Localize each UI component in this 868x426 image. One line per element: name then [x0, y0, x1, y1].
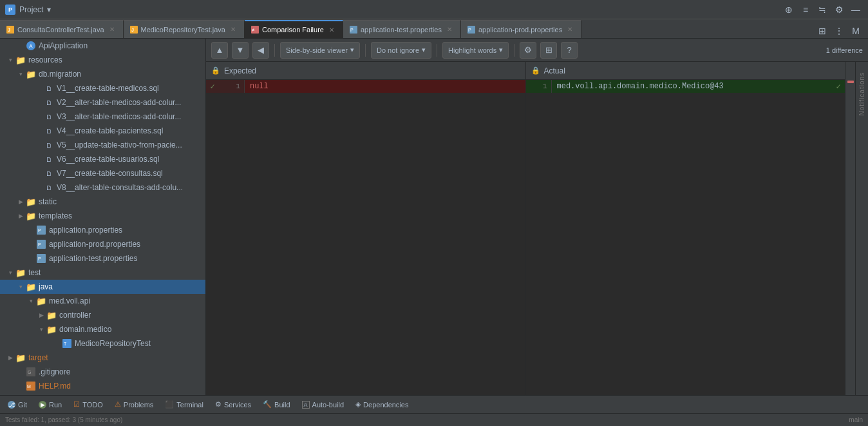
add-icon-btn[interactable]: ⊕: [782, 3, 796, 17]
arrow-target: ▶: [5, 353, 15, 363]
folder-icon-java: 📁: [26, 282, 36, 292]
tree-item-resources[interactable]: ▾ 📁 resources: [0, 53, 205, 67]
status-bar: Tests failed: 1, passed: 3 (5 minutes ag…: [0, 413, 868, 426]
tab-medico-repository-test[interactable]: J MedicoRepositoryTest.java ✕: [124, 20, 245, 38]
tab-label-2: MedicoRepositoryTest.java: [141, 26, 225, 34]
tree-item-v6[interactable]: ▶ 🗋 V6__create-table-usuarios.sql: [0, 152, 205, 166]
tree-item-domain-medico[interactable]: ▾ 📁 domain.medico: [0, 322, 205, 336]
class-icon-1: A: [26, 41, 36, 51]
svg-text:P: P: [350, 28, 354, 32]
git-btn[interactable]: ⎇ Git: [3, 398, 32, 412]
run-btn[interactable]: ▶ Run: [33, 398, 67, 412]
dependencies-btn[interactable]: ◈ Dependencies: [350, 398, 413, 412]
label-domain-medico: domain.medico: [59, 325, 111, 334]
problems-btn[interactable]: ⚠ Problems: [109, 398, 158, 412]
tree-item-med-voll-api[interactable]: ▾ 📁 med.voll.api: [0, 294, 205, 308]
tree-item-static[interactable]: ▶ 📁 static: [0, 195, 205, 209]
right-gutter: [845, 62, 855, 395]
svg-text:P: P: [38, 257, 41, 261]
close-tab-1[interactable]: ✕: [108, 25, 117, 34]
tab-extra-m[interactable]: M: [849, 24, 863, 38]
close-tab-2[interactable]: ✕: [229, 25, 238, 34]
tab-application-prod-props[interactable]: P application-prod.properties ✕: [461, 20, 581, 38]
tree-item-test[interactable]: ▾ 📁 test: [0, 266, 205, 280]
diff-view-btn[interactable]: ⊞: [540, 42, 557, 59]
list-icon-btn[interactable]: ≡: [798, 3, 813, 17]
tab-comparison-failure[interactable]: ≠ Comparison Failure ✕: [245, 20, 343, 38]
project-label[interactable]: Project: [19, 5, 43, 14]
sep-2: [365, 44, 366, 57]
tree-item-v1[interactable]: ▶ 🗋 V1__create-table-medicos.sql: [0, 81, 205, 95]
sep-1: [274, 44, 275, 57]
highlight-words-btn[interactable]: Highlight words ▾: [442, 42, 509, 59]
tab-extra-more[interactable]: ⋮: [832, 24, 846, 38]
svg-text:J: J: [8, 28, 10, 32]
folder-icon-controller: 📁: [46, 310, 57, 320]
actual-header-label: Actual: [544, 66, 565, 75]
settings-icon-btn[interactable]: ⚙: [832, 3, 846, 17]
notifications-bar[interactable]: Notifications: [855, 62, 868, 395]
tree-item-db-migration[interactable]: ▾ 📁 db.migration: [0, 67, 205, 81]
tree-item-app-props[interactable]: ▶ P application.properties: [0, 223, 205, 237]
svg-text:T: T: [64, 342, 67, 346]
tree-item-medico-repo-test[interactable]: ▶ T MedicoRepositoryTest: [0, 336, 205, 351]
tab-application-test-props[interactable]: P application-test.properties ✕: [343, 20, 461, 38]
tree-item-controller[interactable]: ▶ 📁 controller: [0, 308, 205, 322]
minimize-icon-btn[interactable]: —: [849, 3, 863, 17]
notifications-label: Notifications: [858, 72, 865, 115]
tree-item-v3[interactable]: ▶ 🗋 V3__alter-table-medicos-add-colur...: [0, 110, 205, 124]
tree-item-java[interactable]: ▾ 📁 java: [0, 280, 205, 294]
split-icon-btn[interactable]: ≒: [815, 3, 829, 17]
tree-item-api-application[interactable]: ▶ A ApiApplication: [0, 39, 205, 53]
tab-label-3: Comparison Failure: [262, 26, 324, 34]
build-btn[interactable]: 🔨 Build: [258, 398, 295, 412]
diff-pane-actual: 🔒 Actual 1 med.voll.api.domain.medico.Me…: [526, 62, 845, 395]
tab-extras: ⊞ ⋮ M: [815, 24, 868, 38]
tree-item-v2[interactable]: ▶ 🗋 V2__alter-table-medicos-add-colur...: [0, 95, 205, 110]
diff-lines-expected[interactable]: ✓ 1 null: [206, 80, 525, 395]
close-tab-4[interactable]: ✕: [445, 25, 454, 34]
close-tab-5[interactable]: ✕: [565, 25, 574, 34]
tree-item-v4[interactable]: ▶ 🗋 V4__create-table-pacientes.sql: [0, 124, 205, 138]
arrow-controller: ▶: [36, 310, 46, 320]
nav-left-btn[interactable]: ◀: [252, 42, 269, 59]
settings-comparison-btn[interactable]: ⚙: [520, 42, 536, 59]
todo-icon: ☑: [73, 400, 80, 409]
help-btn[interactable]: ?: [561, 42, 578, 59]
sql-icon-v3: 🗋: [44, 111, 54, 122]
label-db-migration: db.migration: [39, 70, 81, 79]
tree-item-help-md[interactable]: ▶ M HELP.md: [0, 379, 205, 393]
diff-line-actual-1: 1 med.voll.api.domain.medico.Medico@43 ✓: [526, 80, 845, 93]
tree-item-target[interactable]: ▶ 📁 target: [0, 351, 205, 365]
tab-consulta-controller-test[interactable]: J ConsultaControllerTest.java ✕: [0, 20, 124, 38]
folder-icon-templates: 📁: [26, 211, 36, 221]
sidebar: ▶ A ApiApplication ▾ 📁 resources ▾ 📁 db.…: [0, 39, 206, 395]
terminal-btn[interactable]: ⬛ Terminal: [160, 398, 209, 412]
tree-item-app-test-props[interactable]: ▶ P application-test.properties: [0, 251, 205, 266]
tree-item-app-prod-props[interactable]: ▶ P application-prod.properties: [0, 237, 205, 251]
diff-header-actual: 🔒 Actual: [526, 62, 845, 80]
close-tab-3[interactable]: ✕: [327, 25, 336, 34]
nav-up-btn[interactable]: ▲: [211, 42, 228, 59]
tree-item-templates[interactable]: ▶ 📁 templates: [0, 209, 205, 223]
props-icon-prod: P: [36, 239, 46, 249]
ignore-mode-btn[interactable]: Do not ignore ▾: [371, 42, 431, 59]
tree-item-v7[interactable]: ▶ 🗋 V7__create-table-consultas.sql: [0, 166, 205, 180]
viewer-mode-btn[interactable]: Side-by-side viewer ▾: [280, 42, 360, 59]
title-bar-actions: ⊕ ≡ ≒ ⚙ —: [782, 3, 863, 17]
dependencies-icon: ◈: [355, 400, 361, 409]
services-btn[interactable]: ⚙ Services: [210, 398, 256, 412]
sidebar-content[interactable]: ▶ A ApiApplication ▾ 📁 resources ▾ 📁 db.…: [0, 39, 205, 395]
nav-down-btn[interactable]: ▼: [232, 42, 249, 59]
todo-btn[interactable]: ☑ TODO: [68, 398, 108, 412]
project-dropdown-arrow[interactable]: ▾: [47, 5, 51, 14]
tree-item-v8[interactable]: ▶ 🗋 V8__alter-table-consultas-add-colu..…: [0, 180, 205, 195]
tree-item-v5[interactable]: ▶ 🗋 V5__update-table-ativo-from-pacie...: [0, 138, 205, 152]
tab-extra-grid[interactable]: ⊞: [815, 24, 829, 38]
main-content: ▶ A ApiApplication ▾ 📁 resources ▾ 📁 db.…: [0, 39, 868, 395]
label-v6: V6__create-table-usuarios.sql: [57, 155, 159, 164]
highlight-dropdown-icon: ▾: [499, 46, 503, 54]
tree-item-gitignore[interactable]: ▶ G .gitignore: [0, 365, 205, 379]
diff-lines-actual[interactable]: 1 med.voll.api.domain.medico.Medico@43 ✓: [526, 80, 845, 395]
auto-build-btn[interactable]: A Auto-build: [297, 398, 350, 412]
